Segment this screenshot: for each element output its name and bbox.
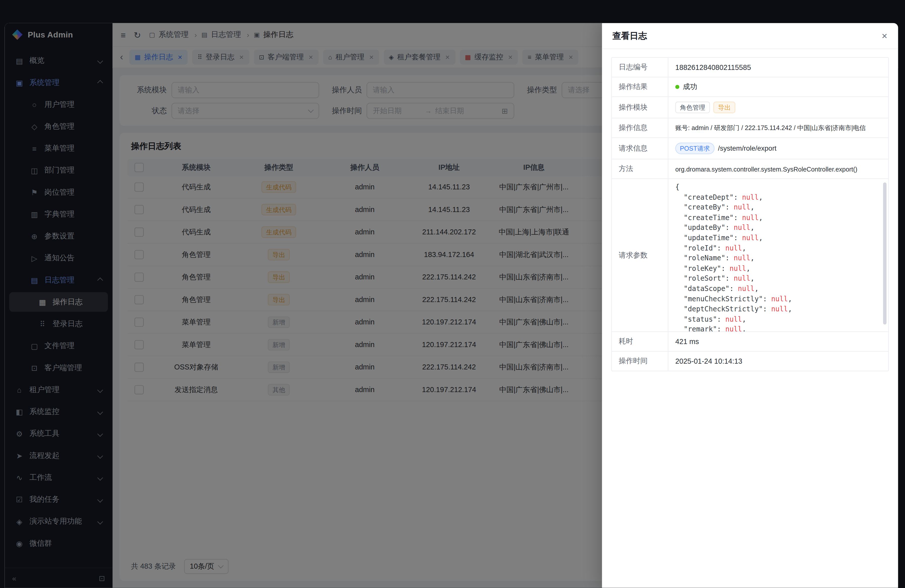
label-method: 方法 [612, 159, 668, 178]
duration-row: 耗时 421 ms [612, 332, 888, 351]
log-id-value: 1882612840802115585 [668, 58, 888, 77]
scrollbar-thumb[interactable] [883, 183, 887, 325]
module-tag: 角色管理 [675, 102, 710, 113]
result-row: 操作结果 成功 [612, 78, 888, 97]
params-json-code: { "createDept": null, "createBy": null, … [668, 179, 888, 332]
drawer-title: 查看日志 [612, 30, 647, 41]
label-request: 请求信息 [612, 138, 668, 159]
success-dot-icon [675, 85, 679, 89]
operation-info-value: 账号: admin / 研发部门 / 222.175.114.242 / 中国|… [668, 118, 888, 138]
method-row: 方法 org.dromara.system.controller.system.… [612, 159, 888, 179]
label-log-id: 日志编号 [612, 58, 668, 77]
label-time: 操作时间 [612, 351, 668, 371]
duration-value: 421 ms [668, 332, 888, 351]
label-info: 操作信息 [612, 118, 668, 138]
operation-info-row: 操作信息 账号: admin / 研发部门 / 222.175.114.242 … [612, 118, 888, 138]
export-action-tag: 导出 [713, 102, 735, 113]
drawer-close-icon[interactable]: ✕ [881, 32, 888, 40]
log-descriptions: 日志编号 1882612840802115585 操作结果 成功 操作模块 [611, 57, 889, 371]
operation-time-row: 操作时间 2025-01-24 10:14:13 [612, 351, 888, 371]
label-duration: 耗时 [612, 332, 668, 351]
app-window: Plus Admin ▤ 概览 ▣ 系统管理 [5, 23, 898, 588]
log-detail-drawer: 查看日志 ✕ 日志编号 1882612840802115585 操作结果 成功 [602, 23, 898, 588]
label-params: 请求参数 [612, 179, 668, 332]
request-info-row: 请求信息 POST请求 /system/role/export [612, 138, 888, 159]
request-method-tag: POST请求 [675, 143, 714, 154]
method-value: org.dromara.system.controller.system.Sys… [668, 159, 888, 178]
screen: Plus Admin ▤ 概览 ▣ 系统管理 [0, 0, 905, 588]
operation-time-value: 2025-01-24 10:14:13 [668, 351, 888, 371]
drawer-header: 查看日志 ✕ [602, 23, 898, 49]
request-params-row: 请求参数 { "createDept": null, "createBy": n… [612, 179, 888, 332]
label-result: 操作结果 [612, 78, 668, 97]
label-module: 操作模块 [612, 97, 668, 118]
result-text: 成功 [683, 82, 697, 92]
drawer-body: 日志编号 1882612840802115585 操作结果 成功 操作模块 [602, 49, 898, 588]
log-id-row: 日志编号 1882612840802115585 [612, 58, 888, 78]
module-row: 操作模块 角色管理 导出 [612, 97, 888, 118]
request-path: /system/role/export [718, 145, 776, 153]
